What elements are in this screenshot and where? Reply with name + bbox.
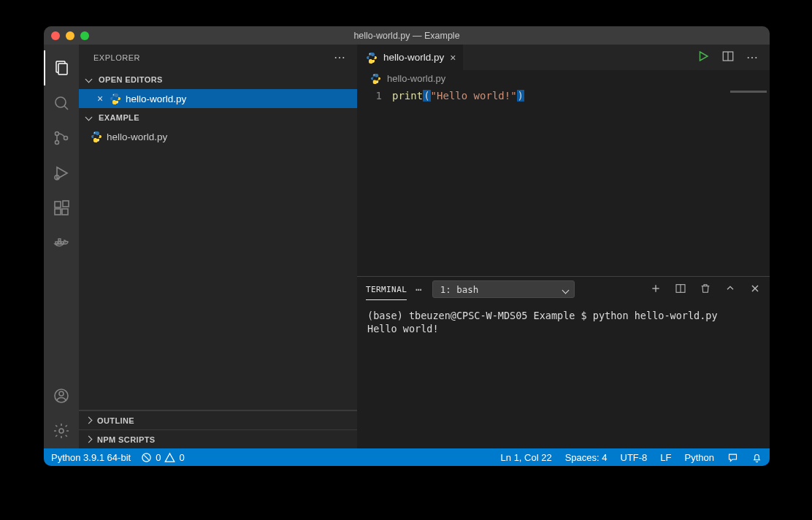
chevron-down-icon bbox=[85, 113, 93, 121]
svg-line-38 bbox=[145, 455, 149, 459]
activity-bar bbox=[44, 45, 79, 448]
editor-more-icon[interactable]: ⋯ bbox=[746, 50, 759, 64]
extensions-activity-icon[interactable] bbox=[44, 191, 79, 226]
explorer-more-icon[interactable]: ⋯ bbox=[334, 50, 347, 64]
terminal-line: Hello world! bbox=[367, 322, 759, 335]
tab-label: hello-world.py bbox=[383, 52, 444, 63]
svg-point-29 bbox=[374, 74, 375, 75]
svg-rect-10 bbox=[55, 209, 61, 215]
svg-rect-9 bbox=[55, 202, 61, 207]
status-eol[interactable]: LF bbox=[660, 452, 671, 463]
open-editors-label: OPEN EDITORS bbox=[99, 75, 163, 84]
svg-marker-26 bbox=[700, 52, 708, 61]
outline-section[interactable]: OUTLINE bbox=[79, 410, 357, 429]
breadcrumb[interactable]: hello-world.py bbox=[357, 70, 770, 88]
token-string: "Hello world!" bbox=[431, 90, 517, 102]
line-number: 1 bbox=[357, 90, 382, 102]
npm-scripts-label: NPM SCRIPTS bbox=[97, 435, 156, 444]
minimap[interactable] bbox=[723, 91, 767, 101]
close-panel-icon[interactable] bbox=[749, 283, 761, 297]
close-editor-icon[interactable]: × bbox=[95, 93, 105, 104]
panel-header: TERMINAL ⋯ 1: bash bbox=[357, 277, 770, 302]
svg-rect-12 bbox=[63, 201, 69, 207]
close-window-button[interactable] bbox=[51, 31, 60, 40]
svg-point-21 bbox=[117, 102, 118, 103]
svg-point-18 bbox=[59, 391, 64, 396]
svg-point-25 bbox=[373, 61, 374, 61]
folder-file-row[interactable]: hello-world.py bbox=[79, 127, 357, 146]
explorer-activity-icon[interactable] bbox=[44, 50, 79, 85]
folder-filename: hello-world.py bbox=[107, 131, 167, 142]
svg-rect-11 bbox=[62, 209, 68, 215]
status-indent[interactable]: Spaces: 4 bbox=[565, 452, 608, 463]
split-terminal-icon[interactable] bbox=[675, 283, 686, 297]
token-paren-close: ) bbox=[517, 90, 524, 102]
terminal-tab[interactable]: TERMINAL bbox=[366, 278, 407, 300]
kill-terminal-icon[interactable] bbox=[700, 283, 711, 297]
close-tab-icon[interactable]: × bbox=[450, 52, 456, 64]
terminal-line: (base) tbeuzen@CPSC-W-MDS05 Example $ py… bbox=[367, 309, 759, 322]
explorer-sidebar: EXPLORER ⋯ OPEN EDITORS × hello-world.py… bbox=[79, 45, 357, 448]
folder-section[interactable]: EXAMPLE bbox=[79, 108, 357, 127]
svg-point-22 bbox=[94, 132, 95, 133]
window-title: hello-world.py — Example bbox=[44, 31, 770, 41]
line-number-gutter: 1 bbox=[357, 88, 392, 276]
minimize-window-button[interactable] bbox=[66, 31, 74, 40]
status-cursor[interactable]: Ln 1, Col 22 bbox=[501, 452, 552, 463]
svg-point-20 bbox=[113, 94, 114, 95]
status-python-version[interactable]: Python 3.9.1 64-bit bbox=[51, 452, 131, 463]
panel-more-icon[interactable]: ⋯ bbox=[415, 283, 423, 295]
status-warning-count: 0 bbox=[179, 452, 184, 463]
explorer-header: EXPLORER ⋯ bbox=[79, 45, 357, 70]
run-debug-activity-icon[interactable] bbox=[44, 156, 79, 191]
open-editor-filename: hello-world.py bbox=[126, 93, 186, 104]
svg-point-6 bbox=[64, 137, 68, 140]
source-control-activity-icon[interactable] bbox=[44, 121, 79, 156]
traffic-lights bbox=[51, 31, 89, 40]
open-editor-file-row[interactable]: × hello-world.py bbox=[79, 89, 357, 108]
terminal-selector[interactable]: 1: bash bbox=[432, 280, 575, 298]
new-terminal-icon[interactable] bbox=[650, 283, 662, 297]
status-bar: Python 3.9.1 64-bit 0 0 Ln 1, Col 22 Spa… bbox=[44, 448, 770, 466]
maximize-window-button[interactable] bbox=[80, 31, 89, 40]
search-activity-icon[interactable] bbox=[44, 85, 79, 121]
editor-actions: ⋯ bbox=[697, 45, 770, 70]
status-problems[interactable]: 0 0 bbox=[141, 452, 184, 463]
status-encoding[interactable]: UTF-8 bbox=[621, 452, 648, 463]
split-editor-icon[interactable] bbox=[721, 50, 735, 65]
svg-point-23 bbox=[98, 140, 99, 141]
svg-line-3 bbox=[64, 106, 68, 110]
python-file-icon bbox=[366, 52, 378, 64]
editor-column: hello-world.py × ⋯ hello-world.py bbox=[357, 45, 770, 448]
svg-point-30 bbox=[377, 82, 378, 83]
run-file-icon[interactable] bbox=[697, 50, 710, 65]
svg-rect-1 bbox=[58, 64, 67, 74]
svg-point-19 bbox=[59, 429, 64, 433]
explorer-heading: EXPLORER bbox=[93, 53, 140, 62]
status-language[interactable]: Python bbox=[685, 452, 714, 463]
svg-rect-16 bbox=[58, 239, 61, 241]
svg-point-4 bbox=[55, 132, 59, 136]
npm-scripts-section[interactable]: NPM SCRIPTS bbox=[79, 429, 357, 448]
code-editor[interactable]: 1 print("Hello world!") bbox=[357, 88, 770, 276]
open-editors-section[interactable]: OPEN EDITORS bbox=[79, 70, 357, 89]
status-notifications-icon[interactable] bbox=[751, 452, 762, 463]
account-activity-icon[interactable] bbox=[44, 378, 79, 413]
folder-label: EXAMPLE bbox=[99, 113, 139, 122]
code-line[interactable]: print("Hello world!") bbox=[392, 88, 524, 276]
settings-gear-icon[interactable] bbox=[44, 413, 79, 448]
maximize-panel-icon[interactable] bbox=[724, 283, 736, 297]
status-error-count: 0 bbox=[156, 452, 161, 463]
breadcrumb-file: hello-world.py bbox=[387, 73, 445, 84]
status-feedback-icon[interactable] bbox=[727, 452, 738, 463]
editor-tabs: hello-world.py × ⋯ bbox=[357, 45, 770, 70]
title-bar: hello-world.py — Example bbox=[44, 26, 770, 45]
docker-activity-icon[interactable] bbox=[44, 226, 79, 261]
outline-label: OUTLINE bbox=[97, 416, 134, 425]
python-file-icon bbox=[110, 93, 121, 104]
terminal-panel: TERMINAL ⋯ 1: bash (base) tbeu bbox=[357, 276, 770, 448]
terminal-body[interactable]: (base) tbeuzen@CPSC-W-MDS05 Example $ py… bbox=[357, 302, 770, 448]
svg-marker-7 bbox=[57, 167, 67, 179]
chevron-right-icon bbox=[85, 417, 93, 424]
editor-tab-active[interactable]: hello-world.py × bbox=[357, 45, 464, 70]
